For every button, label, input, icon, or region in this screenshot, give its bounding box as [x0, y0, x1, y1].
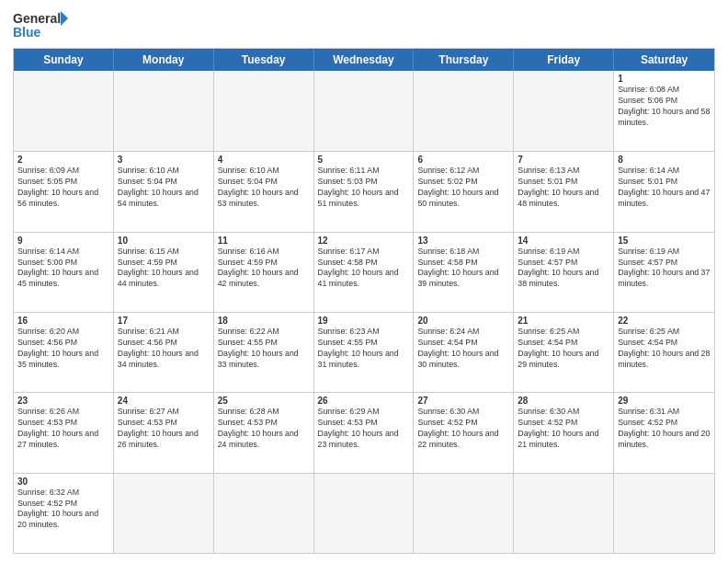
cell-info: Sunrise: 6:08 AM Sunset: 5:06 PM Dayligh…: [618, 85, 711, 129]
calendar-cell: 24Sunrise: 6:27 AM Sunset: 4:53 PM Dayli…: [114, 393, 214, 472]
cell-info: Sunrise: 6:30 AM Sunset: 4:52 PM Dayligh…: [417, 407, 509, 451]
day-number: 13: [417, 236, 509, 246]
calendar-cell: 15Sunrise: 6:19 AM Sunset: 4:57 PM Dayli…: [614, 233, 714, 312]
day-number: 5: [318, 155, 410, 165]
calendar-cell: [214, 71, 314, 151]
calendar-row: 16Sunrise: 6:20 AM Sunset: 4:56 PM Dayli…: [14, 312, 714, 392]
day-number: 10: [118, 236, 210, 246]
day-number: 29: [618, 396, 711, 406]
calendar-cell: [114, 71, 214, 151]
weekday-header: Monday: [114, 49, 214, 71]
calendar-cell: 25Sunrise: 6:28 AM Sunset: 4:53 PM Dayli…: [214, 393, 314, 472]
cell-info: Sunrise: 6:31 AM Sunset: 4:52 PM Dayligh…: [618, 407, 711, 451]
day-number: 19: [318, 316, 410, 326]
calendar-cell: 22Sunrise: 6:25 AM Sunset: 4:54 PM Dayli…: [614, 313, 714, 392]
day-number: 7: [518, 155, 609, 165]
calendar-cell: 13Sunrise: 6:18 AM Sunset: 4:58 PM Dayli…: [414, 233, 514, 312]
cell-info: Sunrise: 6:12 AM Sunset: 5:02 PM Dayligh…: [417, 166, 509, 210]
cell-info: Sunrise: 6:15 AM Sunset: 4:59 PM Dayligh…: [118, 247, 210, 291]
calendar-cell: [514, 474, 614, 553]
day-number: 2: [17, 155, 109, 165]
cell-info: Sunrise: 6:20 AM Sunset: 4:56 PM Dayligh…: [17, 327, 109, 371]
day-number: 20: [417, 316, 509, 326]
day-number: 28: [518, 396, 609, 406]
cell-info: Sunrise: 6:26 AM Sunset: 4:53 PM Dayligh…: [17, 407, 109, 451]
calendar-cell: 23Sunrise: 6:26 AM Sunset: 4:53 PM Dayli…: [14, 393, 114, 472]
day-number: 25: [218, 396, 310, 406]
calendar-cell: 6Sunrise: 6:12 AM Sunset: 5:02 PM Daylig…: [414, 152, 514, 231]
cell-info: Sunrise: 6:29 AM Sunset: 4:53 PM Dayligh…: [318, 407, 410, 451]
cell-info: Sunrise: 6:14 AM Sunset: 5:00 PM Dayligh…: [17, 247, 109, 291]
calendar-cell: [314, 474, 415, 553]
logo: General Blue: [13, 9, 68, 42]
calendar-cell: [514, 71, 614, 151]
cell-info: Sunrise: 6:25 AM Sunset: 4:54 PM Dayligh…: [518, 327, 609, 371]
day-number: 21: [518, 316, 609, 326]
calendar-cell: 11Sunrise: 6:16 AM Sunset: 4:59 PM Dayli…: [214, 233, 314, 312]
cell-info: Sunrise: 6:18 AM Sunset: 4:58 PM Dayligh…: [417, 247, 509, 291]
calendar-body: 1Sunrise: 6:08 AM Sunset: 5:06 PM Daylig…: [14, 71, 714, 553]
day-number: 30: [17, 477, 109, 487]
calendar-row: 9Sunrise: 6:14 AM Sunset: 5:00 PM Daylig…: [14, 232, 714, 312]
weekday-header: Thursday: [414, 49, 514, 71]
calendar: SundayMondayTuesdayWednesdayThursdayFrid…: [13, 48, 715, 554]
cell-info: Sunrise: 6:16 AM Sunset: 4:59 PM Dayligh…: [218, 247, 310, 291]
day-number: 1: [618, 74, 711, 84]
calendar-cell: [14, 71, 114, 151]
cell-info: Sunrise: 6:21 AM Sunset: 4:56 PM Dayligh…: [118, 327, 210, 371]
cell-info: Sunrise: 6:27 AM Sunset: 4:53 PM Dayligh…: [118, 407, 210, 451]
day-number: 26: [318, 396, 410, 406]
calendar-cell: 29Sunrise: 6:31 AM Sunset: 4:52 PM Dayli…: [614, 393, 714, 472]
calendar-row: 1Sunrise: 6:08 AM Sunset: 5:06 PM Daylig…: [14, 71, 714, 151]
calendar-cell: 1Sunrise: 6:08 AM Sunset: 5:06 PM Daylig…: [614, 71, 714, 151]
cell-info: Sunrise: 6:28 AM Sunset: 4:53 PM Dayligh…: [218, 407, 310, 451]
weekday-header: Friday: [514, 49, 614, 71]
cell-info: Sunrise: 6:14 AM Sunset: 5:01 PM Dayligh…: [618, 166, 711, 210]
cell-info: Sunrise: 6:10 AM Sunset: 5:04 PM Dayligh…: [218, 166, 310, 210]
svg-text:Blue: Blue: [13, 25, 41, 40]
calendar-cell: 10Sunrise: 6:15 AM Sunset: 4:59 PM Dayli…: [114, 233, 214, 312]
day-number: 11: [218, 236, 310, 246]
calendar-cell: 18Sunrise: 6:22 AM Sunset: 4:55 PM Dayli…: [214, 313, 314, 392]
calendar-cell: 27Sunrise: 6:30 AM Sunset: 4:52 PM Dayli…: [414, 393, 514, 472]
calendar-cell: 8Sunrise: 6:14 AM Sunset: 5:01 PM Daylig…: [614, 152, 714, 231]
day-number: 17: [118, 316, 210, 326]
day-number: 3: [118, 155, 210, 165]
calendar-cell: 9Sunrise: 6:14 AM Sunset: 5:00 PM Daylig…: [14, 233, 114, 312]
calendar-cell: 20Sunrise: 6:24 AM Sunset: 4:54 PM Dayli…: [414, 313, 514, 392]
cell-info: Sunrise: 6:23 AM Sunset: 4:55 PM Dayligh…: [318, 327, 410, 371]
calendar-cell: 3Sunrise: 6:10 AM Sunset: 5:04 PM Daylig…: [114, 152, 214, 231]
calendar-cell: 14Sunrise: 6:19 AM Sunset: 4:57 PM Dayli…: [514, 233, 614, 312]
calendar-cell: 7Sunrise: 6:13 AM Sunset: 5:01 PM Daylig…: [514, 152, 614, 231]
day-number: 27: [417, 396, 509, 406]
svg-marker-2: [61, 11, 68, 26]
calendar-cell: 28Sunrise: 6:30 AM Sunset: 4:52 PM Dayli…: [514, 393, 614, 472]
calendar-row: 30Sunrise: 6:32 AM Sunset: 4:52 PM Dayli…: [14, 473, 714, 553]
calendar-cell: [314, 71, 415, 151]
svg-text:General: General: [13, 11, 61, 26]
day-number: 18: [218, 316, 310, 326]
cell-info: Sunrise: 6:32 AM Sunset: 4:52 PM Dayligh…: [17, 488, 109, 532]
day-number: 16: [17, 316, 109, 326]
calendar-cell: 16Sunrise: 6:20 AM Sunset: 4:56 PM Dayli…: [14, 313, 114, 392]
weekday-header: Wednesday: [314, 49, 415, 71]
day-number: 8: [618, 155, 711, 165]
calendar-header: SundayMondayTuesdayWednesdayThursdayFrid…: [14, 49, 714, 71]
calendar-cell: [414, 474, 514, 553]
day-number: 24: [118, 396, 210, 406]
day-number: 23: [17, 396, 109, 406]
day-number: 15: [618, 236, 711, 246]
calendar-cell: [414, 71, 514, 151]
day-number: 4: [218, 155, 310, 165]
calendar-cell: 30Sunrise: 6:32 AM Sunset: 4:52 PM Dayli…: [14, 474, 114, 553]
calendar-cell: 21Sunrise: 6:25 AM Sunset: 4:54 PM Dayli…: [514, 313, 614, 392]
calendar-cell: [114, 474, 214, 553]
weekday-header: Saturday: [614, 49, 714, 71]
calendar-cell: 4Sunrise: 6:10 AM Sunset: 5:04 PM Daylig…: [214, 152, 314, 231]
day-number: 12: [318, 236, 410, 246]
calendar-cell: 26Sunrise: 6:29 AM Sunset: 4:53 PM Dayli…: [314, 393, 415, 472]
cell-info: Sunrise: 6:19 AM Sunset: 4:57 PM Dayligh…: [618, 247, 711, 291]
cell-info: Sunrise: 6:30 AM Sunset: 4:52 PM Dayligh…: [518, 407, 609, 451]
logo-svg: General Blue: [13, 9, 68, 42]
header: General Blue: [13, 9, 715, 42]
